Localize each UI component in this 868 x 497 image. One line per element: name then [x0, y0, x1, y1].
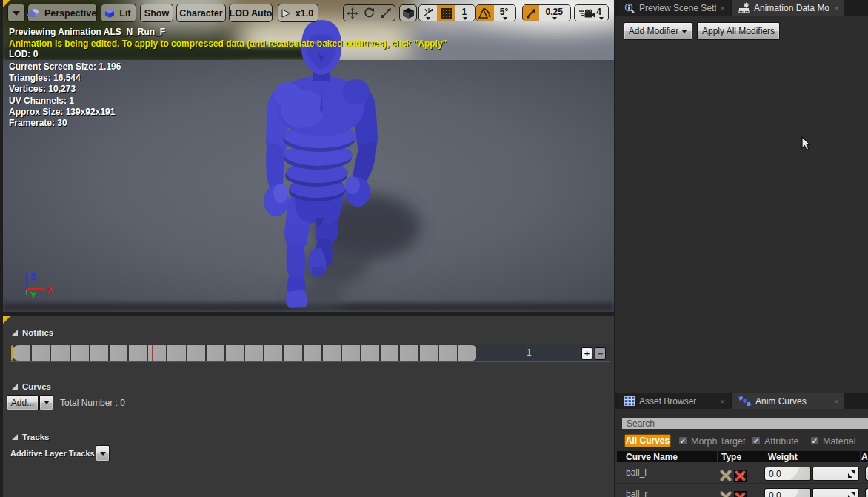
search-placeholder: Search: [627, 418, 655, 429]
weight-drag-area[interactable]: [812, 488, 859, 497]
stat-line: Current Screen Size: 1.196: [9, 61, 121, 72]
chevron-down-icon: [44, 401, 50, 404]
show-button[interactable]: Show: [140, 4, 173, 22]
lod-auto-button[interactable]: LOD Auto: [229, 4, 273, 22]
notify-track-cells[interactable]: [13, 345, 478, 361]
bottom-right-tabbar: Asset Browser × Anim Curves ×: [615, 393, 868, 409]
search-input[interactable]: Search: [622, 418, 868, 429]
unreal-animation-editor: Z X Y Perspective Lit Show Char: [0, 0, 868, 497]
col-weight[interactable]: Weight: [768, 452, 798, 462]
curve-type-material-icon[interactable]: [734, 470, 747, 482]
stat-line: Approx Size: 139x92x191: [9, 107, 115, 117]
expander-icon: [12, 434, 18, 440]
column-divider[interactable]: [764, 451, 764, 462]
scale-tool-button[interactable]: [378, 5, 395, 21]
animation-data-panel: Preview Scene Sett × A: [615, 0, 868, 393]
viewport-active-corner: [3, 0, 10, 7]
rotation-snap-value-button[interactable]: 5°: [494, 5, 515, 21]
curve-row[interactable]: ball_r 0.0: [615, 484, 868, 497]
add-modifier-button[interactable]: Add Modifier: [624, 22, 692, 40]
button-label: Perspective: [43, 8, 98, 19]
3d-viewport[interactable]: Z X Y Perspective Lit Show Char: [3, 0, 614, 312]
panel-active-corner: [3, 316, 10, 324]
edit-warning-label: Animation is being edited. To apply to c…: [9, 39, 447, 49]
curves-section-header[interactable]: Curves: [12, 382, 51, 391]
perspective-button[interactable]: Perspective: [27, 4, 97, 22]
caret-down-icon: [552, 17, 557, 20]
grid-snap-value-button[interactable]: 1: [455, 5, 475, 21]
auto-checkbox-partial[interactable]: [865, 467, 868, 481]
tab-label: Anim Curves: [755, 396, 807, 407]
character-button[interactable]: Character: [176, 4, 226, 22]
curve-row[interactable]: ball_l 0.0: [615, 462, 868, 484]
close-tab-icon[interactable]: ×: [835, 397, 839, 406]
col-auto[interactable]: Auto: [861, 452, 868, 462]
anim-curves-icon: [738, 396, 751, 407]
lit-button[interactable]: Lit: [101, 4, 136, 22]
camera-speed-group: 4: [574, 4, 609, 21]
morph-target-checkbox[interactable]: ✓: [678, 436, 687, 445]
scale-snap-icon: [526, 8, 536, 19]
rotate-icon: [364, 7, 375, 19]
tab-anim-curves[interactable]: Anim Curves ×: [732, 393, 844, 409]
tab-preview-scene-settings[interactable]: Preview Scene Sett ×: [618, 0, 730, 16]
expander-icon: [12, 384, 18, 390]
lit-cube-icon: [104, 8, 115, 19]
caret-down-icon: [503, 17, 507, 20]
drag-adjust-icon: [847, 491, 856, 497]
attribute-checkbox[interactable]: ✓: [752, 436, 761, 445]
auto-checkbox-partial[interactable]: [865, 488, 868, 497]
weight-input[interactable]: 0.0: [764, 467, 811, 481]
tab-label: Animation Data Mo: [754, 3, 829, 13]
notifies-track[interactable]: 1 + −: [10, 344, 610, 362]
additive-layer-tracks-dropdown[interactable]: [96, 445, 110, 461]
rotation-snap-button[interactable]: [476, 5, 494, 21]
coordinate-system-button[interactable]: [399, 4, 417, 21]
scale-snap-group: 0.25: [522, 4, 571, 21]
playback-speed-button[interactable]: x1.0: [278, 4, 318, 22]
close-tab-icon[interactable]: ×: [835, 4, 839, 13]
rotate-tool-button[interactable]: [361, 5, 377, 21]
tab-animation-data-modifiers[interactable]: Animation Data Mo ×: [732, 0, 844, 16]
col-curve-name[interactable]: Curve Name: [626, 452, 678, 462]
lod-label: LOD: 0: [9, 49, 38, 59]
add-curve-dropdown[interactable]: [39, 395, 53, 410]
add-curve-button[interactable]: Add...: [7, 395, 39, 410]
scale-snap-value-button[interactable]: 0.25: [539, 5, 570, 21]
weight-drag-area[interactable]: [812, 467, 859, 481]
apply-all-modifiers-button[interactable]: Apply All Modifiers: [697, 22, 780, 40]
remove-notify-track-button[interactable]: −: [595, 347, 606, 360]
surface-snap-button[interactable]: [419, 5, 437, 21]
animation-data-modifiers-icon: [738, 2, 750, 13]
add-notify-track-button[interactable]: +: [581, 347, 592, 360]
tab-label: Preview Scene Sett: [639, 3, 716, 13]
preview-scene-settings-icon: [624, 3, 635, 13]
timeline-playhead[interactable]: [152, 345, 153, 361]
curve-type-bone-icon[interactable]: [719, 469, 732, 482]
play-icon: [281, 9, 291, 18]
curve-type-material-icon[interactable]: [734, 491, 747, 497]
close-tab-icon[interactable]: ×: [721, 4, 725, 13]
close-tab-icon[interactable]: ×: [721, 397, 725, 406]
column-divider[interactable]: [860, 451, 861, 462]
tracks-section-header[interactable]: Tracks: [12, 433, 49, 441]
morph-target-label: Morph Target: [691, 436, 745, 447]
weight-input[interactable]: 0.0: [764, 488, 811, 497]
camera-speed-button[interactable]: 4: [575, 5, 608, 21]
tab-asset-browser[interactable]: Asset Browser ×: [618, 393, 730, 409]
material-checkbox[interactable]: ✓: [810, 436, 819, 445]
camera-speed-icon: [579, 8, 595, 19]
grid-snap-button[interactable]: [437, 5, 455, 21]
curve-type-bone-icon[interactable]: [719, 490, 732, 497]
button-label: Character: [178, 8, 224, 19]
right-top-tabbar: Preview Scene Sett × A: [615, 0, 868, 16]
perspective-icon: [27, 8, 40, 18]
col-type[interactable]: Type: [721, 452, 741, 462]
drag-adjust-icon: [847, 470, 856, 478]
rotation-snap-group: 5°: [475, 4, 516, 21]
notifies-section-header[interactable]: Notifies: [12, 328, 53, 337]
column-divider[interactable]: [717, 451, 718, 462]
translate-tool-button[interactable]: [344, 5, 361, 21]
all-curves-filter-button[interactable]: All Curves: [624, 434, 671, 447]
scale-snap-button[interactable]: [523, 5, 539, 21]
